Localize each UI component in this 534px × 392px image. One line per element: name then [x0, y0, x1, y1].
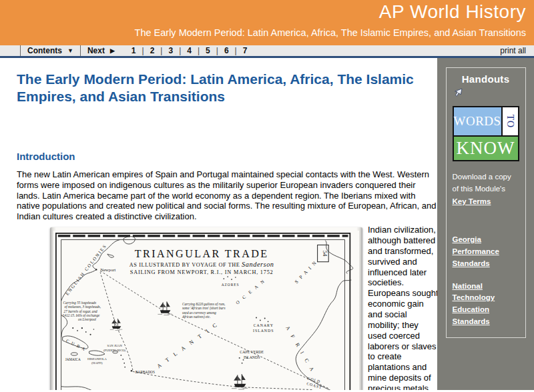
page-link-3[interactable]: 3	[162, 46, 179, 55]
svg-text:27 barrels of sugar, and: 27 barrels of sugar, and	[64, 309, 98, 313]
contents-label: Contents	[27, 46, 62, 55]
map-subtitle: AS ILLUSTRATED BY VOYAGE OF THE Sanderso…	[129, 261, 274, 268]
svg-text:£412:15. bills of exchange: £412:15. bills of exchange	[63, 313, 100, 317]
triangular-trade-map-image: 54 TRIANGULAR TRADE AS ILLUSTRATED BY VO…	[50, 227, 362, 390]
label-cuba: C U B A	[65, 338, 87, 351]
page-link-2[interactable]: 2	[144, 46, 161, 55]
nav-bar: Contents ▼ Next ▶ 1 | 2 | 3 | 4 | 5 | 6 …	[0, 45, 534, 58]
page-title: The Early Modern Period: Latin America, …	[17, 71, 417, 106]
header-banner: AP World History The Early Modern Period…	[0, 0, 534, 45]
label-africa: A F R I C A	[284, 325, 316, 375]
svg-text:54: 54	[322, 251, 328, 257]
label-jamaica: JAMAICA	[65, 357, 81, 361]
label-newport: Newport	[100, 267, 115, 272]
page-link-1[interactable]: 1	[125, 46, 142, 55]
wtk-words: WORDS	[454, 107, 503, 135]
content-area: The Early Modern Period: Latin America, …	[0, 58, 534, 390]
map-title: TRIANGULAR TRADE	[135, 248, 269, 259]
sidebar: Handouts WORDS TO KNOW Download a copy o…	[437, 58, 534, 390]
label-canary-2: ISLANDS	[253, 329, 274, 333]
label-san-juan-2: (PUERTO RICO)	[103, 349, 126, 352]
label-san-juan-1: SAN JUAN	[107, 344, 122, 347]
map-subtitle-2: SAILING FROM NEWPORT, R.I., IN MARCH, 17…	[130, 269, 274, 275]
key-terms-link[interactable]: Key Terms	[453, 197, 491, 205]
page-link-7[interactable]: 7	[237, 46, 254, 55]
app-title: AP World History	[0, 1, 526, 23]
georgia-standards-link[interactable]: Georgia Performance Standards	[453, 234, 519, 269]
svg-text:used as currency among: used as currency among	[182, 311, 216, 315]
label-barbados: BARBADOS	[136, 370, 155, 374]
contents-menu[interactable]: Contents ▼	[20, 45, 80, 56]
svg-text:Carrying 55 hogsheads: Carrying 55 hogsheads	[63, 301, 96, 305]
handouts-box: Handouts WORDS TO KNOW Download a copy o…	[446, 67, 526, 338]
article: The Early Modern Period: Latin America, …	[17, 71, 437, 390]
page-link-4[interactable]: 4	[181, 46, 198, 55]
label-ocean: O C E A N	[235, 278, 266, 305]
national-tech-standards-link[interactable]: National Technology Education Standards	[453, 281, 519, 328]
intro-paragraph-1: The new Latin American empires of Spain …	[17, 169, 437, 222]
map-page-number: 54	[318, 245, 329, 262]
page-links: 1 | 2 | 3 | 4 | 5 | 6 | 7	[125, 46, 254, 55]
page-link-5[interactable]: 5	[200, 46, 216, 55]
ship-icon	[110, 319, 123, 331]
main-column: The Early Modern Period: Latin America, …	[0, 58, 437, 390]
label-spain: S P A I N	[293, 259, 318, 285]
chevron-down-icon: ▼	[67, 47, 73, 54]
page-link-6[interactable]: 6	[218, 46, 235, 55]
label-hispaniola-2: (HAITI)	[91, 361, 103, 365]
spacer	[453, 207, 519, 223]
wtk-know: KNOW	[454, 135, 518, 160]
svg-text:African natives) etc.: African natives) etc.	[182, 315, 210, 319]
download-text: Download a copy of this Module's Key Ter…	[453, 171, 519, 207]
svg-text:of molasses, 3 hogsheads,: of molasses, 3 hogsheads,	[65, 305, 101, 309]
label-cape-verde-1: CAPE VERDE	[240, 350, 264, 354]
cursor-arrow-icon	[453, 87, 519, 101]
svg-text:on Liverpool: on Liverpool	[78, 317, 97, 321]
words-to-know-graphic[interactable]: WORDS TO KNOW	[453, 106, 519, 161]
wtk-to: TO	[503, 107, 518, 135]
nav-left: Contents ▼ Next ▶ 1 | 2 | 3 | 4 | 5 | 6 …	[20, 45, 253, 56]
next-arrow-icon: ▶	[110, 47, 115, 54]
label-cape-verde-2: ISLANDS	[244, 355, 260, 359]
print-all-link[interactable]: print all	[500, 46, 526, 55]
label-canary-1: CANARY	[254, 323, 274, 327]
next-button[interactable]: Next ▶	[80, 45, 121, 56]
label-azores: AZORES	[222, 283, 240, 287]
label-hispaniola-1: HISPANIOLA	[87, 357, 107, 361]
next-label: Next	[87, 46, 105, 55]
introduction-heading: Introduction	[17, 151, 437, 163]
label-atlantic: A T L A N T I C	[156, 321, 220, 369]
handouts-title: Handouts	[453, 73, 519, 85]
page: AP World History The Early Modern Period…	[0, 0, 534, 392]
module-subtitle: The Early Modern Period: Latin America, …	[0, 27, 526, 38]
svg-text:Carrying 8220 gallons of rum,: Carrying 8220 gallons of rum,	[182, 302, 225, 306]
